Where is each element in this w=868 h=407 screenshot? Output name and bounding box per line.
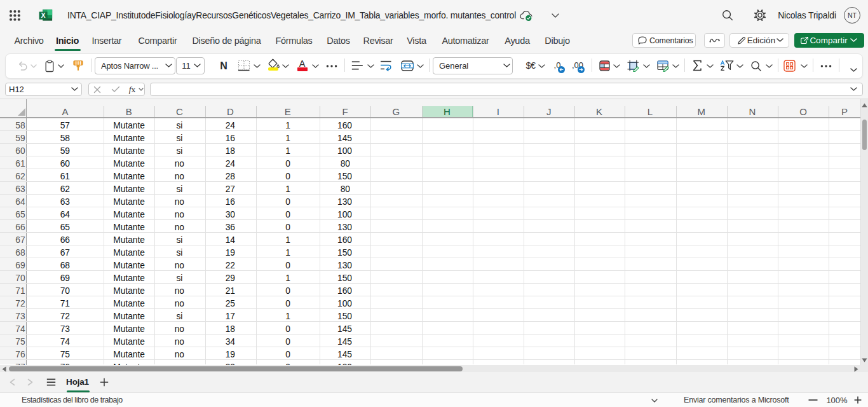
svg-text:X: X — [41, 11, 45, 19]
